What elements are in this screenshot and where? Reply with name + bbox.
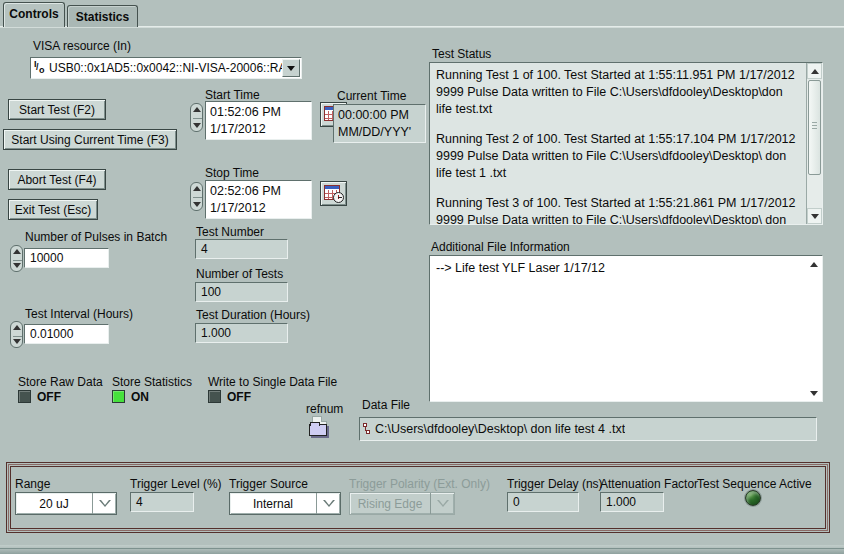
pulses-in-batch-label: Number of Pulses in Batch	[25, 230, 167, 244]
trigger-source-dropdown[interactable]: Internal	[229, 492, 341, 515]
data-file-label: Data File	[362, 398, 410, 412]
number-of-tests-label: Number of Tests	[196, 267, 283, 281]
number-of-tests-field: 100	[195, 282, 288, 302]
additional-info-box[interactable]: --> Life test YLF Laser 1/17/12	[429, 255, 823, 402]
status-entry: Running Test 2 of 100. Test Started at 1…	[436, 131, 802, 182]
io-icon: I/o	[33, 60, 46, 76]
start-time-field[interactable]: 01:52:06 PM 1/17/2012	[205, 101, 312, 140]
tab-statistics[interactable]: Statistics	[67, 5, 138, 27]
attenuation-factor-field[interactable]: 1.000	[600, 492, 664, 512]
test-sequence-active-led	[745, 490, 761, 506]
stop-date-value: 1/17/2012	[210, 200, 311, 217]
start-current-time-button[interactable]: Start Using Current Time (F3)	[3, 129, 177, 150]
window-bottom-strip	[0, 545, 844, 554]
range-label: Range	[15, 477, 50, 491]
chevron-down-icon	[437, 500, 449, 507]
pulses-in-batch-field[interactable]: 10000	[24, 248, 109, 268]
additional-info-label: Additional File Information	[431, 240, 570, 254]
store-statistics-state: ON	[131, 390, 149, 404]
visa-resource-combo[interactable]: I/o USB0::0x1AD5::0x0042::NI-VISA-20006:…	[30, 57, 302, 79]
stop-time-label: Stop Time	[205, 166, 259, 180]
data-file-path-field[interactable]: C:\Users\dfdooley\Desktop\ don life test…	[359, 417, 817, 441]
start-time-spinner[interactable]	[190, 103, 203, 132]
scroll-down-icon[interactable]	[806, 385, 822, 401]
refnum-label: refnum	[306, 402, 343, 416]
labview-front-panel: { "tabs": { "controls": "Controls", "sta…	[0, 0, 844, 554]
path-icon	[363, 422, 373, 436]
test-status-scrollbar[interactable]	[806, 63, 822, 224]
pulses-in-batch-spinner[interactable]	[10, 245, 23, 272]
write-single-file-state: OFF	[227, 390, 251, 404]
tab-controls[interactable]: Controls	[3, 2, 65, 27]
test-duration-field: 1.000	[195, 323, 288, 343]
test-number-label: Test Number	[196, 225, 264, 239]
test-number-field: 4	[195, 239, 288, 259]
store-statistics-label: Store Statistics	[112, 375, 192, 389]
range-value: 20 uJ	[16, 493, 92, 514]
store-raw-data-state: OFF	[37, 390, 61, 404]
trigger-level-field[interactable]: 4	[130, 492, 194, 512]
trigger-polarity-dropdown-button	[430, 493, 454, 514]
exit-test-button[interactable]: Exit Test (Esc)	[8, 199, 98, 220]
data-file-path-value: C:\Users\dfdooley\Desktop\ don life test…	[375, 422, 625, 436]
visa-dropdown-button[interactable]	[282, 59, 300, 77]
start-test-button[interactable]: Start Test (F2)	[8, 99, 106, 120]
stop-time-spinner[interactable]	[190, 182, 203, 211]
test-status-box[interactable]: Running Test 1 of 100. Test Started at 1…	[429, 62, 823, 225]
current-date-value: MM/DD/YYY'	[338, 124, 425, 141]
visa-resource-value: USB0::0x1AD5::0x0042::NI-VISA-20006::RAW	[46, 61, 282, 75]
write-single-file-toggle[interactable]	[208, 390, 221, 403]
current-time-field: 00:00:00 PM MM/DD/YYY'	[333, 104, 426, 143]
trigger-delay-field[interactable]: 0	[507, 492, 579, 512]
current-time-label: Current Time	[337, 89, 406, 103]
stop-time-value: 02:52:06 PM	[210, 183, 311, 200]
scroll-up-icon[interactable]	[806, 256, 822, 272]
additional-info-text: --> Life test YLF Laser 1/17/12	[430, 256, 806, 401]
trigger-settings-panel: Range 20 uJ Trigger Level (%) 4 Trigger …	[6, 462, 830, 533]
additional-info-scrollbar[interactable]	[806, 256, 822, 401]
trigger-polarity-value: Rising Edge	[350, 493, 430, 514]
attenuation-factor-label: Attenuation Factor	[600, 477, 698, 491]
start-date-value: 1/17/2012	[210, 121, 311, 138]
trigger-polarity-label: Trigger Polarity (Ext. Only)	[349, 477, 490, 491]
current-time-value: 00:00:00 PM	[338, 107, 425, 124]
file-refnum-icon[interactable]	[309, 416, 333, 442]
start-time-value: 01:52:06 PM	[210, 104, 311, 121]
scroll-up-icon[interactable]	[807, 63, 822, 79]
scrollbar-thumb[interactable]	[808, 80, 821, 175]
scroll-down-icon[interactable]	[807, 208, 822, 224]
trigger-polarity-dropdown: Rising Edge	[349, 492, 455, 515]
trigger-source-label: Trigger Source	[229, 477, 308, 491]
clock-icon	[333, 192, 344, 203]
chevron-down-icon	[323, 500, 335, 507]
test-interval-label: Test Interval (Hours)	[25, 307, 133, 321]
store-statistics-toggle[interactable]	[112, 390, 125, 403]
write-single-file-label: Write to Single Data File	[208, 375, 337, 389]
test-status-label: Test Status	[432, 47, 491, 61]
test-interval-field[interactable]: 0.01000	[24, 324, 109, 344]
chevron-down-icon	[287, 66, 295, 71]
test-sequence-active-label: Test Sequence Active	[697, 477, 812, 491]
trigger-level-label: Trigger Level (%)	[130, 477, 222, 491]
range-dropdown-button[interactable]	[92, 493, 116, 514]
trigger-source-dropdown-button[interactable]	[316, 493, 340, 514]
test-interval-spinner[interactable]	[10, 321, 23, 348]
status-entry: Running Test 3 of 100. Test Started at 1…	[436, 195, 802, 224]
test-duration-label: Test Duration (Hours)	[196, 308, 310, 322]
chevron-down-icon	[99, 500, 111, 507]
store-raw-data-toggle[interactable]	[18, 390, 31, 403]
abort-test-button[interactable]: Abort Test (F4)	[8, 169, 106, 190]
stop-time-field[interactable]: 02:52:06 PM 1/17/2012	[205, 180, 312, 219]
range-dropdown[interactable]: 20 uJ	[15, 492, 117, 515]
visa-resource-label: VISA resource (In)	[33, 39, 131, 53]
stop-time-calendar-button[interactable]	[320, 181, 347, 206]
store-raw-data-label: Store Raw Data	[18, 375, 103, 389]
status-entry: Running Test 1 of 100. Test Started at 1…	[436, 67, 802, 118]
trigger-delay-label: Trigger Delay (ns)	[507, 477, 603, 491]
start-time-label: Start Time	[205, 88, 260, 102]
test-status-text: Running Test 1 of 100. Test Started at 1…	[430, 63, 806, 224]
trigger-source-value: Internal	[230, 493, 316, 514]
